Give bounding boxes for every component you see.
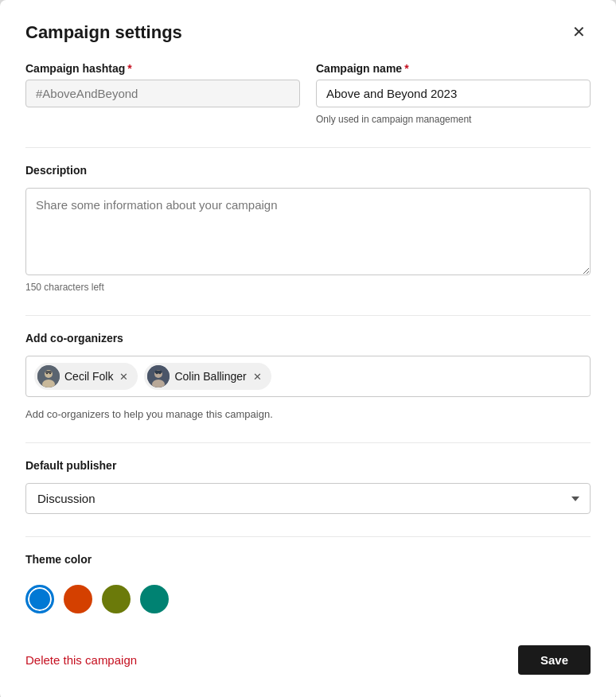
remove-cecil-button[interactable]: ✕ — [118, 372, 130, 382]
modal-title: Campaign settings — [25, 22, 182, 43]
avatar-icon-cecil — [37, 365, 60, 387]
co-organizer-hint: Add co-organizers to help you manage thi… — [25, 408, 591, 420]
avatar-icon-colin — [147, 365, 170, 387]
publisher-group: Default publisher Discussion Announcemen… — [25, 459, 591, 530]
campaign-settings-modal: Campaign settings ✕ Campaign hashtag* Ca… — [0, 0, 616, 697]
description-group: Description — [25, 164, 591, 275]
remove-colin-button[interactable]: ✕ — [251, 372, 263, 382]
organizer-tag-colin: Colin Ballinger ✕ — [144, 363, 271, 390]
organizer-name-cecil: Cecil Folk — [64, 370, 113, 383]
divider-3 — [25, 442, 591, 443]
divider-1 — [25, 147, 591, 148]
co-organizers-box[interactable]: Cecil Folk ✕ Colin Ballinger ✕ — [25, 356, 591, 397]
theme-color-label: Theme color — [25, 553, 591, 566]
organizer-name-colin: Colin Ballinger — [174, 370, 246, 383]
svg-rect-11 — [155, 371, 162, 374]
name-required: * — [404, 62, 408, 75]
delete-campaign-button[interactable]: Delete this campaign — [25, 653, 137, 667]
color-swatch-orange[interactable] — [64, 585, 92, 613]
save-button[interactable]: Save — [518, 645, 591, 675]
publisher-label: Default publisher — [25, 459, 591, 472]
hashtag-name-row: Campaign hashtag* Campaign name* Only us… — [25, 62, 591, 125]
co-organizers-group: Add co-organizers Cecil Folk ✕ — [25, 332, 591, 436]
char-count: 150 characters left — [25, 282, 591, 293]
close-button[interactable]: ✕ — [567, 22, 591, 41]
hashtag-input — [25, 80, 300, 107]
campaign-name-input[interactable] — [316, 80, 591, 107]
organizer-tag-cecil: Cecil Folk ✕ — [34, 363, 138, 390]
color-swatch-olive[interactable] — [102, 585, 131, 613]
color-swatch-teal[interactable] — [140, 585, 169, 613]
campaign-name-group: Campaign name* Only used in campaign man… — [316, 62, 591, 125]
theme-color-group: Theme color — [25, 553, 591, 639]
hashtag-label: Campaign hashtag* — [25, 62, 300, 75]
color-swatch-blue[interactable] — [25, 585, 54, 613]
campaign-name-label: Campaign name* — [316, 62, 591, 75]
modal-header: Campaign settings ✕ — [25, 22, 591, 43]
description-textarea[interactable] — [25, 188, 591, 275]
description-label: Description — [25, 164, 591, 177]
divider-2 — [25, 315, 591, 316]
avatar-cecil — [37, 365, 60, 387]
svg-rect-5 — [45, 371, 52, 373]
hashtag-group: Campaign hashtag* — [25, 62, 300, 125]
co-organizers-label: Add co-organizers — [25, 332, 591, 345]
theme-colors-row — [25, 585, 591, 613]
hashtag-required: * — [127, 62, 131, 75]
publisher-select-wrapper: Discussion Announcement Article — [25, 483, 591, 514]
divider-4 — [25, 536, 591, 537]
publisher-select[interactable]: Discussion Announcement Article — [25, 483, 591, 514]
modal-footer: Delete this campaign Save — [25, 639, 591, 675]
avatar-colin — [147, 365, 170, 387]
campaign-name-hint: Only used in campaign management — [316, 114, 591, 125]
